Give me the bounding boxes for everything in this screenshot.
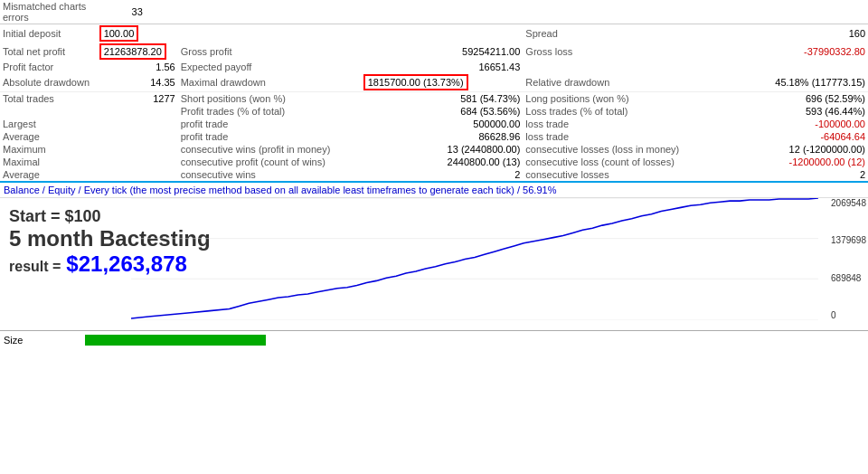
row-profit-factor: Profit factor 1.56 Expected payoff 16651… <box>0 61 868 73</box>
value-largest-loss: -100000.00 <box>705 118 868 130</box>
row-maximal-consecutive: Maximal consecutive profit (count of win… <box>0 156 868 168</box>
label-maximum: Maximum <box>0 143 97 156</box>
label-max-consec-wins: consecutive wins (profit in money) <box>178 143 361 156</box>
value-long-positions: 696 (52.59%) <box>705 92 868 106</box>
label-avg-consec-wins: consecutive wins <box>178 168 361 181</box>
label-average: Average <box>0 130 97 143</box>
app-container: Mismatched charts errors 33 Initial depo… <box>0 0 868 348</box>
mismatched-value: 33 <box>97 0 178 24</box>
y-label-bottom: 0 <box>831 310 866 320</box>
label-largest-loss: loss trade <box>523 118 705 130</box>
value-max-consec-wins: 13 (2440800.00) <box>361 143 524 156</box>
label-absolute-drawdown: Absolute drawdown <box>0 73 97 92</box>
chart-header: Balance / Equity / Every tick (the most … <box>0 183 868 198</box>
value-total-net-profit: 21263878.20 <box>97 43 178 61</box>
label-consec-loss: consecutive loss (count of losses) <box>523 156 705 168</box>
stats-header-table: Mismatched charts errors 33 Initial depo… <box>0 0 868 181</box>
row-max-consecutive: Maximum consecutive wins (profit in mone… <box>0 143 868 156</box>
chart-body: Start = $100 5 month Bactesting result =… <box>0 198 868 320</box>
label-largest: Largest <box>0 118 97 130</box>
value-relative-drawdown: 45.18% (117773.15) <box>705 73 868 92</box>
value-avg-loss: -64064.64 <box>705 130 868 143</box>
label-short-positions: Short positions (won %) <box>178 92 361 106</box>
value-profit-trades: 684 (53.56%) <box>361 105 524 118</box>
chart-svg <box>131 198 818 320</box>
label-long-positions: Long positions (won %) <box>523 92 705 106</box>
maximal-drawdown-box: 1815700.00 (13.73%) <box>363 74 468 90</box>
label-gross-loss: Gross loss <box>523 43 705 61</box>
value-largest-profit: 500000.00 <box>361 118 524 130</box>
label-maximal: Maximal <box>0 156 97 168</box>
chart-y-labels: 2069548 1379698 689848 0 <box>831 198 866 320</box>
label-expected-payoff: Expected payoff <box>178 61 361 73</box>
value-avg-profit: 86628.96 <box>361 130 524 143</box>
label-avg-loss: loss trade <box>523 130 705 143</box>
mismatched-row: Mismatched charts errors 33 <box>0 0 868 24</box>
value-consec-loss: -1200000.00 (12) <box>705 156 868 168</box>
label-loss-trades: Loss trades (% of total) <box>523 105 705 118</box>
value-consec-profit: 2440800.00 (13) <box>361 156 524 168</box>
label-spread: Spread <box>523 24 705 43</box>
value-gross-loss: -37990332.80 <box>705 43 868 61</box>
row-total-trades: Total trades 1277 Short positions (won %… <box>0 92 868 106</box>
label-average2: Average <box>0 168 97 181</box>
chart-result-label: result = <box>9 259 61 275</box>
value-max-consec-losses: 12 (-1200000.00) <box>705 143 868 156</box>
label-total-net-profit: Total net profit <box>0 43 97 61</box>
size-label: Size <box>0 335 81 346</box>
y-label-mid2: 689848 <box>831 273 866 283</box>
label-relative-drawdown: Relative drawdown <box>523 73 705 92</box>
total-net-profit-box: 21263878.20 <box>99 43 166 60</box>
value-loss-trades: 593 (46.44%) <box>705 105 868 118</box>
value-maximal-drawdown: 1815700.00 (13.73%) <box>361 73 524 92</box>
row-profit-trades: Profit trades (% of total) 684 (53.56%) … <box>0 105 868 118</box>
value-profit-factor: 1.56 <box>97 61 178 73</box>
size-bar-container: Size <box>0 330 868 348</box>
y-label-top: 2069548 <box>831 198 866 208</box>
value-expected-payoff: 16651.43 <box>361 61 524 73</box>
label-largest-profit: profit trade <box>178 118 361 130</box>
value-absolute-drawdown: 14.35 <box>97 73 178 92</box>
label-initial-deposit: Initial deposit <box>0 24 97 43</box>
row-absolute-drawdown: Absolute drawdown 14.35 Maximal drawdown… <box>0 73 868 92</box>
label-avg-profit: profit trade <box>178 130 361 143</box>
label-avg-consec-losses: consecutive losses <box>523 168 705 181</box>
label-profit-factor: Profit factor <box>0 61 97 73</box>
label-max-consec-losses: consecutive losses (loss in money) <box>523 143 705 156</box>
value-total-trades: 1277 <box>97 92 178 106</box>
mismatched-label: Mismatched charts errors <box>0 0 97 24</box>
label-total-trades: Total trades <box>0 92 97 106</box>
label-maximal-drawdown: Maximal drawdown <box>178 73 361 92</box>
size-bar <box>85 335 266 346</box>
value-spread: 160 <box>705 24 868 43</box>
label-consec-profit: consecutive profit (count of wins) <box>178 156 361 168</box>
value-gross-profit: 59254211.00 <box>361 43 524 61</box>
row-largest-trades: Largest profit trade 500000.00 loss trad… <box>0 118 868 130</box>
initial-deposit-box: 100.00 <box>99 25 139 42</box>
chart-header-text: Balance / Equity / Every tick (the most … <box>4 185 556 195</box>
chart-container: Balance / Equity / Every tick (the most … <box>0 181 868 330</box>
value-avg-consec-losses: 2 <box>705 168 868 181</box>
balance-line <box>131 198 818 318</box>
value-short-positions: 581 (54.73%) <box>361 92 524 106</box>
y-label-mid1: 1379698 <box>831 235 866 245</box>
label-profit-trades: Profit trades (% of total) <box>178 105 361 118</box>
label-gross-profit: Gross profit <box>178 43 361 61</box>
value-avg-consec-wins: 2 <box>361 168 524 181</box>
row-average-trades: Average profit trade 86628.96 loss trade… <box>0 130 868 143</box>
row-initial-deposit: Initial deposit 100.00 Spread 160 <box>0 24 868 43</box>
value-initial-deposit: 100.00 <box>97 24 178 43</box>
row-total-net-profit: Total net profit 21263878.20 Gross profi… <box>0 43 868 61</box>
row-avg-consecutive: Average consecutive wins 2 consecutive l… <box>0 168 868 181</box>
